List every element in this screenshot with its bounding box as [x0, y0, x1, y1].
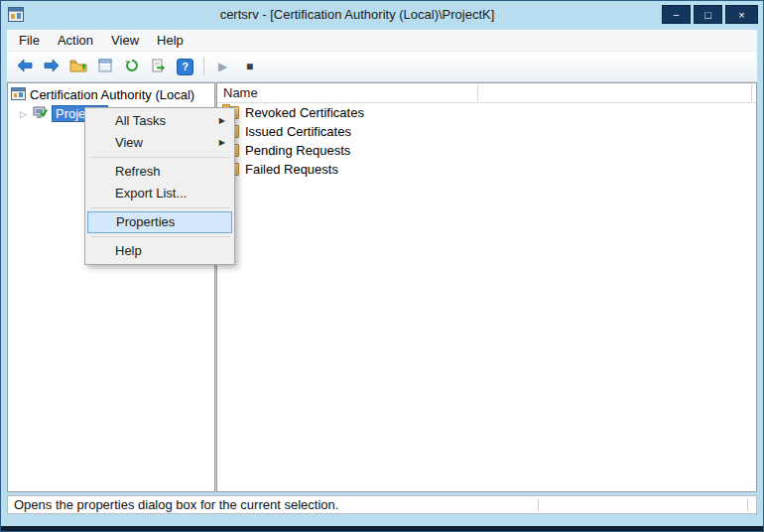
list-item-pending-requests[interactable]: Pending Requests: [217, 141, 756, 160]
back-icon: [17, 59, 33, 75]
toolbar: ? ▶ ■: [7, 52, 757, 82]
close-button[interactable]: ×: [725, 5, 758, 24]
list-item-label: Issued Certificates: [245, 124, 351, 139]
menu-separator: [87, 233, 232, 240]
column-divider[interactable]: [751, 84, 752, 101]
folder-up-icon: [69, 59, 87, 75]
title-bar: certsrv - [Certification Authority (Loca…: [1, 1, 763, 30]
export-list-button[interactable]: [146, 56, 171, 78]
menu-item-label: Refresh: [115, 164, 161, 179]
menu-item-label: Properties: [116, 214, 175, 229]
forward-icon: [44, 59, 60, 75]
start-service-button[interactable]: ▶: [210, 56, 235, 78]
refresh-icon: [125, 59, 139, 75]
menu-bar: File Action View Help: [7, 30, 757, 52]
console-icon: [11, 87, 26, 103]
submenu-arrow-icon: ▶: [219, 132, 225, 154]
status-bar-divider: [747, 498, 748, 511]
menu-separator: [87, 204, 232, 211]
menu-action[interactable]: Action: [49, 31, 102, 50]
export-list-icon: [151, 59, 166, 75]
context-menu-item-view[interactable]: View ▶: [87, 132, 232, 154]
back-button[interactable]: [12, 56, 37, 78]
list-item-failed-requests[interactable]: Failed Requests: [217, 160, 756, 179]
context-menu-item-properties[interactable]: Properties: [87, 211, 232, 233]
menu-item-label: All Tasks: [115, 113, 166, 128]
menu-view[interactable]: View: [102, 31, 148, 50]
column-header-name[interactable]: Name: [223, 85, 258, 100]
menu-item-label: Help: [115, 243, 142, 258]
list-item-issued-certificates[interactable]: Issued Certificates: [217, 122, 756, 141]
context-menu: All Tasks ▶ View ▶ Refresh Export List..…: [84, 107, 235, 265]
play-icon: ▶: [218, 60, 227, 73]
column-divider[interactable]: [477, 84, 478, 101]
maximize-button[interactable]: □: [694, 5, 722, 24]
expand-arrow-icon[interactable]: ▷: [18, 109, 29, 119]
stop-service-button[interactable]: ■: [237, 56, 262, 78]
context-menu-item-export-list[interactable]: Export List...: [87, 183, 232, 204]
context-menu-item-help[interactable]: Help: [87, 240, 232, 262]
tree-item-certification-authority[interactable]: Certification Authority (Local): [8, 85, 214, 104]
menu-item-label: Export List...: [115, 186, 187, 200]
submenu-arrow-icon: ▶: [219, 110, 225, 132]
window: certsrv - [Certification Authority (Loca…: [0, 0, 764, 532]
window-title: certsrv - [Certification Authority (Loca…: [61, 7, 654, 22]
app-icon[interactable]: [8, 7, 24, 22]
help-icon: ?: [177, 59, 193, 75]
help-button[interactable]: ?: [173, 56, 197, 78]
list-item-label: Revoked Certificates: [245, 105, 364, 120]
list-pane: Name Revoked Certificates Issued Certifi…: [216, 82, 757, 492]
context-menu-item-all-tasks[interactable]: All Tasks ▶: [87, 110, 232, 132]
window-bottom-edge: [1, 526, 763, 531]
status-bar: Opens the properties dialog box for the …: [7, 495, 757, 514]
list-item-label: Failed Requests: [245, 162, 338, 177]
ca-server-icon: [33, 106, 48, 122]
list-item-label: Pending Requests: [245, 143, 350, 158]
caption-buttons: − □ ×: [662, 5, 758, 24]
folder-up-button[interactable]: [65, 56, 90, 78]
tree-root-label: Certification Authority (Local): [30, 87, 194, 102]
menu-file[interactable]: File: [10, 31, 49, 50]
list-header: Name: [217, 83, 756, 103]
forward-button[interactable]: [39, 56, 64, 78]
menu-separator: [87, 154, 232, 161]
refresh-button[interactable]: [119, 56, 144, 78]
toolbar-separator: [203, 58, 204, 75]
stop-icon: ■: [246, 60, 253, 73]
menu-item-label: View: [115, 135, 143, 150]
window-list-icon: [98, 59, 112, 75]
window-list-button[interactable]: [92, 56, 117, 78]
status-text: Opens the properties dialog box for the …: [14, 497, 338, 512]
menu-help[interactable]: Help: [148, 31, 192, 50]
list-item-revoked-certificates[interactable]: Revoked Certificates: [217, 103, 756, 122]
context-menu-item-refresh[interactable]: Refresh: [87, 161, 232, 183]
minimize-button[interactable]: −: [662, 5, 691, 24]
status-bar-divider: [538, 498, 539, 511]
